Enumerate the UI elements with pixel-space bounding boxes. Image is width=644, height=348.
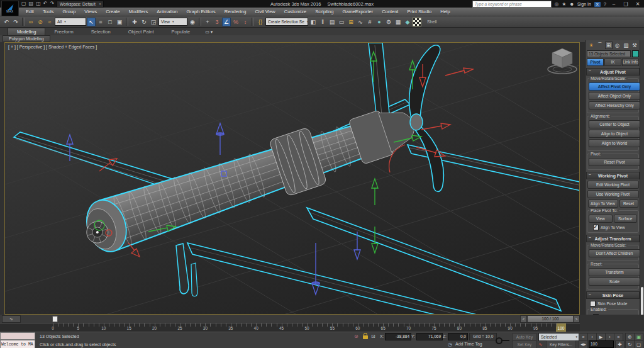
mini-curve-editor-button[interactable]: ∿ (2, 315, 21, 323)
rollout-header-adjust-pivot[interactable]: Adjust Pivot (586, 68, 640, 76)
menu-views[interactable]: Views (80, 9, 101, 14)
exchange-apps-icon[interactable]: X (594, 2, 601, 7)
reset-scale-button[interactable]: Scale (589, 278, 640, 286)
maximize-viewport-icon[interactable]: ▢ (634, 340, 643, 348)
menu-tools[interactable]: Tools (38, 9, 58, 14)
isolate-selection-icon[interactable]: ⊙ (354, 334, 358, 339)
rendered-frame-icon[interactable]: ▦ (394, 18, 402, 26)
use-pivot-point-icon[interactable]: ◉ (188, 18, 197, 26)
utilities-tab-icon[interactable]: ⚒ (631, 42, 638, 48)
hierarchy-tab-icon[interactable]: ⊞ (605, 42, 613, 49)
view-button[interactable]: View (589, 215, 613, 223)
affect-hierarchy-only-button[interactable]: Affect Hierarchy Only (589, 101, 640, 109)
command-panel-scrollbar[interactable] (640, 40, 644, 333)
perspective-viewport[interactable]: [ + ] [ Perspective ] [ Shaded + Edged F… (4, 42, 580, 315)
selection-filter-dropdown[interactable]: All (55, 18, 86, 26)
unlink-selection-icon[interactable]: ⊘ (36, 18, 45, 26)
select-object-icon[interactable]: ↖ (87, 18, 96, 26)
set-key-curve-icon[interactable]: ∿ (538, 342, 543, 347)
workspace-dropdown[interactable]: Workspace: Default (57, 1, 104, 8)
sign-in-link[interactable]: Sign In (577, 2, 591, 6)
rectangular-selection-region-icon[interactable]: □ (106, 18, 114, 26)
max-app-logo[interactable]: MAX (1, 1, 19, 16)
keyframe-marker-frame50[interactable] (287, 316, 292, 321)
motion-tab-icon[interactable]: ◎ (613, 42, 621, 48)
add-time-tag[interactable]: Add Time Tag (455, 342, 482, 346)
select-and-link-icon[interactable]: ∞ (26, 18, 35, 26)
align-to-object-button[interactable]: Align to Object (589, 130, 640, 138)
menu-create[interactable]: Create (101, 9, 125, 14)
time-slider-handle[interactable]: 100 / 100 (527, 315, 574, 323)
align-to-view-checkbox[interactable] (593, 225, 599, 230)
edit-working-pivot-button[interactable]: Edit Working Pivot (587, 181, 639, 189)
redo-icon[interactable]: ↷ (11, 18, 20, 26)
polygon-modeling-panel[interactable]: Polygon Modeling (3, 35, 50, 42)
reset-pivot-button[interactable]: Reset Pivot (589, 158, 640, 166)
key-mode-toggle-icon[interactable]: ◀▶ (579, 340, 588, 348)
rollout-header-skin-pose[interactable]: Skin Pose (586, 291, 640, 299)
create-tab-icon[interactable]: ☀ (587, 42, 595, 48)
material-editor-icon[interactable]: ● (375, 18, 384, 26)
tab-object-paint[interactable]: Object Paint (119, 28, 163, 35)
modify-tab-icon[interactable]: ⌒ (596, 42, 604, 49)
new-scene-icon[interactable]: ▢ (21, 1, 26, 7)
maxscript-mini-listener[interactable]: Welcome to MA (0, 340, 35, 348)
menu-graph-editors[interactable]: Graph Editors (182, 9, 220, 14)
schematic-view-icon[interactable]: # (365, 18, 374, 26)
minimize-button[interactable]: – (609, 1, 618, 7)
skin-pose-mode-checkbox[interactable] (590, 301, 596, 306)
render-preset-swatch[interactable] (413, 18, 421, 26)
tab-modeling[interactable]: Modeling (8, 28, 45, 35)
reference-coordinate-dropdown[interactable]: View (158, 18, 187, 26)
set-keys-icon[interactable] (496, 337, 509, 343)
menu-print-studio[interactable]: Print Studio (402, 9, 436, 14)
snaps-toggle-icon[interactable]: 3 (213, 18, 221, 26)
favorites-icon[interactable]: ★ (562, 1, 566, 7)
window-crossing-icon[interactable]: ▣ (115, 18, 124, 26)
spinner-snap-icon[interactable]: ↕ (241, 18, 250, 26)
select-and-manipulate-icon[interactable]: + (203, 18, 212, 26)
render-setup-icon[interactable]: ⚙ (384, 18, 393, 26)
track-bar[interactable]: 05 1015 2025 3035 4045 5055 6065 7075 80… (0, 323, 580, 332)
angle-snap-icon[interactable]: ∠ (222, 18, 231, 26)
pan-icon[interactable]: ✚ (615, 340, 625, 348)
surface-button[interactable]: Surface (614, 215, 638, 223)
align-to-view-checkbox-row[interactable]: Align To View (593, 225, 637, 230)
mirror-icon[interactable]: ◧ (309, 18, 318, 26)
help-icon[interactable]: ? (604, 1, 606, 7)
previous-frame-arrow[interactable]: < (520, 315, 527, 323)
sign-in-icon[interactable]: ☻ (569, 1, 574, 7)
center-to-object-button[interactable]: Center to Object (589, 120, 640, 128)
next-frame-arrow[interactable]: > (573, 315, 580, 323)
undo-small-icon[interactable]: ↶ (43, 1, 48, 7)
current-frame-field[interactable]: 100 (589, 340, 614, 348)
menu-gameexporter[interactable]: GameExporter (338, 9, 377, 14)
affect-object-only-button[interactable]: Affect Object Only (589, 92, 640, 100)
menu-modifiers[interactable]: Modifiers (125, 9, 152, 14)
set-key-button[interactable]: Set Key (512, 340, 537, 348)
align-to-view-button[interactable]: Align To View (588, 199, 618, 208)
ribbon-toggle-icon[interactable]: ▭ (337, 18, 346, 26)
selection-lock-icon[interactable] (363, 335, 368, 339)
orbit-icon[interactable]: ↻ (625, 340, 635, 348)
object-name-field[interactable]: 13 Objects Selected (587, 50, 631, 57)
menu-edit[interactable]: Edit (21, 9, 38, 14)
absolute-offset-mode-icon[interactable]: ⊡ (371, 334, 375, 339)
viewport-label[interactable]: [ + ] [ Perspective ] [ Shaded + Edged F… (8, 45, 97, 49)
reset-button[interactable]: Reset (619, 199, 638, 208)
tab-ik[interactable]: IK (604, 59, 621, 66)
menu-civil-view[interactable]: Civil View (250, 9, 279, 14)
layer-manager-icon[interactable]: ▤ (328, 18, 336, 26)
object-color-swatch[interactable] (632, 50, 639, 57)
select-and-scale-icon[interactable]: ◲ (149, 18, 158, 26)
menu-group[interactable]: Group (58, 9, 80, 14)
select-and-rotate-icon[interactable]: ↻ (140, 18, 148, 26)
align-to-world-button[interactable]: Align to World (589, 139, 640, 147)
scene-explorer-icon[interactable]: ⊞ (347, 18, 355, 26)
viewcube[interactable] (548, 48, 577, 74)
menu-rendering[interactable]: Rendering (220, 9, 251, 14)
menu-customize[interactable]: Customize (280, 9, 311, 14)
save-file-icon[interactable]: ◫ (36, 1, 41, 7)
use-working-pivot-button[interactable]: Use Working Pivot (587, 190, 639, 198)
y-coordinate-field[interactable]: 71,069 (416, 333, 443, 340)
